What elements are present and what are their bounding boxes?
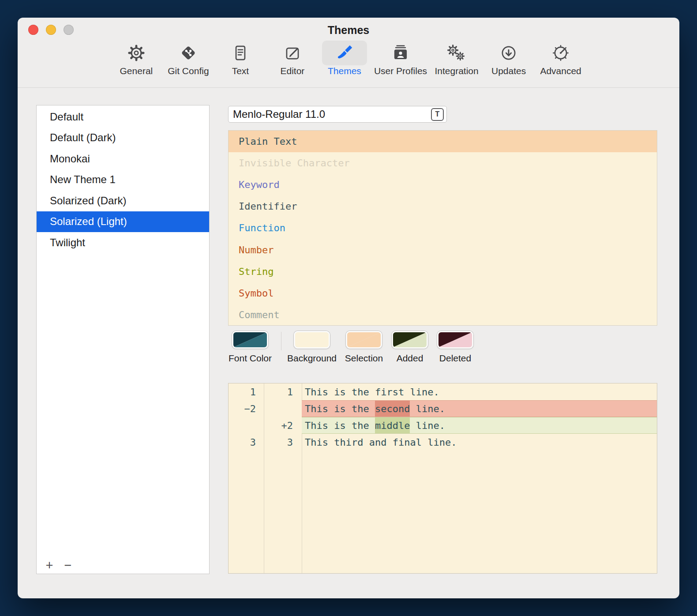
token-label: String	[239, 266, 274, 277]
deleted-word-highlight: second	[375, 401, 410, 417]
swatch-background[interactable]: Background	[285, 331, 338, 364]
diff-line-text: This third and final line.	[302, 434, 657, 451]
swatch-font-color[interactable]: Font Color	[224, 331, 277, 364]
old-line-number: 1	[229, 383, 264, 400]
diff-preview: 1 1 This is the first line. −2 This is t…	[228, 383, 657, 574]
toolbar-item-themes[interactable]: Themes	[322, 41, 367, 76]
color-swatches: Font Color Background Selection	[228, 331, 657, 372]
remove-theme-button[interactable]: −	[61, 558, 75, 573]
token-label: Identifier	[239, 201, 297, 212]
diff-line-text: This is the first line.	[302, 383, 657, 400]
theme-list-item-solarized-dark[interactable]: Solarized (Dark)	[37, 190, 209, 211]
theme-list-actions: + −	[43, 558, 75, 573]
theme-list-item-solarized-light[interactable]: Solarized (Light)	[37, 211, 209, 233]
toolbar-item-user-profiles[interactable]: User Profiles	[374, 41, 427, 76]
old-line-number: 3	[229, 434, 264, 451]
swatch-divider	[281, 332, 281, 350]
swatch-label: Background	[287, 353, 337, 364]
diff-row-2-deleted: −2 This is the second line.	[229, 400, 657, 417]
theme-list-item-default-dark[interactable]: Default (Dark)	[37, 128, 209, 149]
token-row-keyword[interactable]: Keyword	[229, 174, 657, 195]
new-line-number: +2	[264, 417, 302, 434]
added-word-highlight: middle	[375, 417, 410, 433]
theme-list-item-default[interactable]: Default	[37, 106, 209, 128]
font-name-value: Menlo-Regular 11.0	[233, 108, 325, 120]
token-row-invisible-character[interactable]: Invisible Character	[229, 152, 657, 174]
swatch-label: Added	[397, 353, 423, 364]
add-theme-button[interactable]: +	[43, 558, 56, 573]
swatch-label: Selection	[345, 353, 383, 364]
selection-swatch[interactable]	[346, 331, 382, 349]
toolbar-label: Themes	[328, 66, 361, 76]
token-row-identifier[interactable]: Identifier	[229, 195, 657, 217]
diff-row-1: 1 1 This is the first line.	[229, 383, 657, 400]
new-line-number: 1	[264, 383, 302, 400]
titlebar: Themes	[18, 18, 679, 41]
diff-line-text-added: This is the middle line.	[302, 417, 657, 434]
swatch-added[interactable]: Added	[383, 331, 436, 364]
token-row-function[interactable]: Function	[229, 217, 657, 239]
git-icon	[166, 41, 211, 65]
toolbar-label: General	[120, 66, 153, 76]
content-area: Default Default (Dark) Monokai New Theme…	[18, 87, 679, 598]
toolbar-item-editor[interactable]: Editor	[270, 41, 315, 76]
toolbar-label: Advanced	[540, 66, 581, 76]
theme-list-item-monokai[interactable]: Monokai	[37, 148, 209, 169]
dial-icon	[538, 41, 583, 65]
gear-icon	[114, 41, 159, 65]
token-label: Function	[239, 222, 285, 233]
added-swatch[interactable]	[392, 331, 428, 349]
user-card-icon	[378, 41, 423, 65]
token-row-number[interactable]: Number	[229, 239, 657, 260]
theme-list-item-new-theme-1[interactable]: New Theme 1	[37, 169, 209, 191]
token-label: Invisible Character	[239, 158, 350, 169]
new-line-number	[264, 400, 302, 417]
paintbrush-icon	[322, 41, 367, 65]
old-line-number	[229, 417, 264, 434]
token-label: Keyword	[239, 179, 280, 190]
swatch-label: Deleted	[439, 353, 471, 364]
new-line-number: 3	[264, 434, 302, 451]
toolbar-item-integration[interactable]: Integration	[434, 41, 479, 76]
token-label: Symbol	[239, 288, 274, 299]
toolbar-item-general[interactable]: General	[114, 41, 159, 76]
text-document-icon	[218, 41, 263, 65]
font-picker-button[interactable]: T	[431, 108, 444, 121]
theme-list-item-twilight[interactable]: Twilight	[37, 232, 209, 253]
token-row-plain-text[interactable]: Plain Text	[229, 131, 657, 152]
swatch-selection[interactable]: Selection	[337, 331, 390, 364]
toolbar: General Git Config	[18, 41, 679, 88]
diff-row-3-added: +2 This is the middle line.	[229, 417, 657, 434]
font-color-swatch[interactable]	[232, 331, 268, 349]
toolbar-label: User Profiles	[374, 66, 427, 76]
window-title: Themes	[18, 24, 679, 37]
old-line-number: −2	[229, 400, 264, 417]
gears-icon	[434, 41, 479, 65]
token-row-symbol[interactable]: Symbol	[229, 282, 657, 304]
token-label: Comment	[239, 309, 280, 320]
diff-row-4: 3 3 This third and final line.	[229, 434, 657, 451]
toolbar-item-git-config[interactable]: Git Config	[166, 41, 211, 76]
toolbar-label: Editor	[280, 66, 304, 76]
toolbar-item-text[interactable]: Text	[218, 41, 263, 76]
swatch-deleted[interactable]: Deleted	[429, 331, 482, 364]
themes-list: Default Default (Dark) Monokai New Theme…	[36, 105, 210, 574]
font-field[interactable]: Menlo-Regular 11.0 T	[228, 106, 447, 123]
editor-pencil-icon	[270, 41, 315, 65]
toolbar-label: Text	[232, 66, 249, 76]
toolbar-item-updates[interactable]: Updates	[486, 41, 531, 76]
token-label: Plain Text	[239, 136, 297, 147]
download-circle-icon	[486, 41, 531, 65]
toolbar-item-advanced[interactable]: Advanced	[538, 41, 583, 76]
preferences-window: Themes General	[18, 18, 679, 598]
background-swatch[interactable]	[294, 331, 330, 349]
diff-line-text-deleted: This is the second line.	[302, 400, 657, 417]
toolbar-label: Integration	[435, 66, 478, 76]
toolbar-label: Updates	[491, 66, 526, 76]
token-row-string[interactable]: String	[229, 261, 657, 282]
toolbar-label: Git Config	[168, 66, 209, 76]
theme-list: Default Default (Dark) Monokai New Theme…	[37, 105, 209, 253]
token-row-comment[interactable]: Comment	[229, 304, 657, 326]
deleted-swatch[interactable]	[437, 331, 473, 349]
swatch-label: Font Color	[229, 353, 272, 364]
